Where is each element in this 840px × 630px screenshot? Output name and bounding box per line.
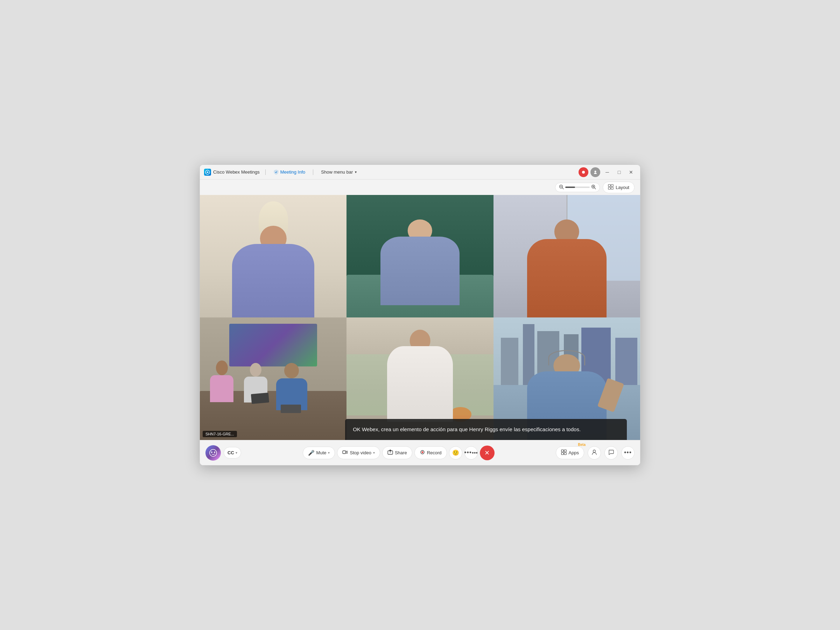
show-menu-button[interactable]: Show menu bar ▾ [319, 169, 359, 175]
apps-icon [561, 449, 567, 456]
title-bar-right: ─ □ ✕ [579, 167, 636, 177]
webex-logo-icon [204, 169, 211, 176]
svg-rect-10 [608, 185, 610, 186]
mute-caret[interactable]: ▾ [328, 451, 330, 455]
bottom-right: Beta Apps [556, 446, 635, 459]
title-bar: Cisco Webex Meetings Meeting Info Show m… [200, 165, 640, 180]
video-cell-4[interactable]: SHN7-16-GRE... [200, 317, 346, 440]
emoji-icon: 🙂 [452, 449, 459, 456]
recording-indicator [579, 167, 588, 177]
svg-point-15 [211, 452, 212, 453]
stop-video-caret[interactable]: ▾ [373, 451, 375, 455]
status-indicator [591, 167, 600, 177]
meeting-info-label: Meeting Info [280, 169, 306, 175]
leave-icon: ✕ [485, 449, 489, 457]
svg-line-7 [594, 188, 596, 189]
bottom-toolbar: CC ▾ 🎤 Mute ▾ Stop video ▾ [200, 440, 640, 465]
svg-rect-17 [343, 451, 346, 453]
meeting-info-button[interactable]: Meeting Info [271, 169, 308, 176]
svg-rect-23 [561, 453, 564, 455]
svg-point-2 [595, 171, 597, 172]
webex-ai-button[interactable] [205, 445, 221, 461]
show-menu-label: Show menu bar [321, 169, 353, 175]
mute-label: Mute [316, 450, 327, 455]
stop-video-label: Stop video [350, 450, 371, 455]
participant-4-label: SHN7-16-GRE... [203, 431, 237, 437]
layout-button[interactable]: Layout [603, 182, 635, 193]
more-options-button[interactable]: ••• [621, 446, 635, 459]
ellipsis-icon: ••• [624, 449, 632, 456]
svg-rect-24 [564, 453, 566, 455]
apps-button[interactable]: Beta Apps [556, 446, 584, 459]
svg-point-25 [593, 450, 596, 452]
svg-rect-11 [611, 185, 613, 186]
share-button[interactable]: Share [382, 446, 412, 459]
cc-button[interactable]: CC ▾ [224, 447, 241, 458]
beta-badge: Beta [578, 443, 586, 447]
cc-icon: CC [227, 450, 234, 455]
divider-2 [313, 169, 313, 175]
svg-point-20 [422, 452, 423, 453]
app-name-label: Cisco Webex Meetings [213, 169, 260, 175]
record-label: Record [427, 450, 442, 455]
svg-rect-13 [611, 187, 613, 189]
app-window: Cisco Webex Meetings Meeting Info Show m… [199, 164, 641, 466]
leave-button[interactable]: ✕ [480, 445, 494, 460]
svg-point-16 [214, 452, 215, 453]
participants-button[interactable] [587, 446, 601, 459]
zoom-slider[interactable] [565, 186, 590, 188]
apps-label: Apps [568, 450, 579, 455]
toolbar-row: Layout [200, 180, 640, 195]
bottom-center: 🎤 Mute ▾ Stop video ▾ [241, 445, 556, 460]
zoom-in-icon[interactable] [591, 185, 596, 190]
video-cell-2[interactable] [346, 195, 493, 317]
record-button[interactable]: Record [414, 446, 447, 459]
caption-text: OK Webex, crea un elemento de acción par… [353, 426, 581, 432]
mute-button[interactable]: 🎤 Mute ▾ [303, 447, 335, 459]
chat-icon [608, 449, 614, 457]
svg-rect-22 [564, 450, 566, 452]
bottom-left: CC ▾ [205, 445, 241, 461]
minimize-button[interactable]: ─ [602, 167, 612, 177]
svg-point-1 [582, 171, 585, 174]
video-cell-3[interactable] [494, 195, 640, 317]
stop-video-button[interactable]: Stop video ▾ [337, 446, 380, 459]
zoom-out-icon[interactable] [559, 185, 564, 190]
zoom-control[interactable] [555, 183, 600, 192]
caption-overlay: OK Webex, crea un elemento de acción par… [345, 419, 627, 440]
shield-icon [273, 169, 279, 175]
svg-point-14 [210, 449, 217, 456]
record-icon [420, 449, 425, 456]
video-grid: SHN7-16-GRE... [200, 195, 640, 440]
more-button[interactable]: ••• ••• [464, 446, 478, 459]
more-icon: ••• [464, 449, 472, 456]
video-icon [342, 449, 348, 456]
webex-logo: Cisco Webex Meetings [204, 169, 260, 176]
cc-caret: ▾ [235, 451, 237, 455]
maximize-button[interactable]: □ [614, 167, 624, 177]
microphone-icon: 🎤 [308, 450, 315, 456]
title-bar-left: Cisco Webex Meetings Meeting Info Show m… [204, 169, 579, 176]
layout-icon [608, 184, 614, 191]
people-icon [591, 449, 597, 457]
share-label: Share [395, 450, 407, 455]
chat-button[interactable] [605, 446, 618, 459]
svg-line-4 [562, 188, 564, 189]
svg-rect-21 [561, 450, 564, 452]
share-icon [387, 449, 393, 456]
svg-rect-12 [608, 187, 610, 189]
divider-1 [265, 169, 266, 175]
video-cell-1[interactable] [200, 195, 346, 317]
layout-label: Layout [616, 185, 629, 190]
chevron-down-icon: ▾ [355, 170, 357, 174]
close-button[interactable]: ✕ [626, 167, 636, 177]
emoji-button[interactable]: 🙂 [449, 446, 463, 459]
